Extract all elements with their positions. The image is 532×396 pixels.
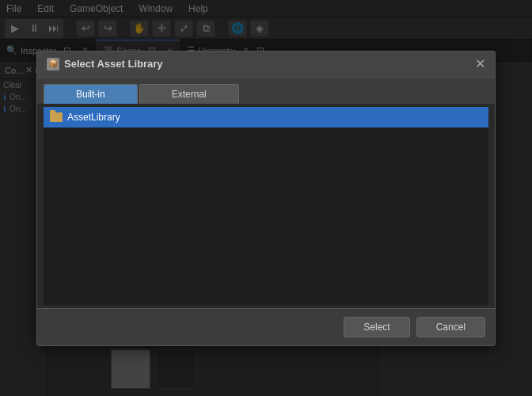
library-list: AssetLibrary — [44, 107, 488, 305]
library-item-assetlibrary[interactable]: AssetLibrary — [44, 107, 488, 128]
select-button[interactable]: Select — [344, 317, 409, 337]
library-item-label: AssetLibrary — [67, 112, 120, 123]
modal-tabs: Built-in External — [37, 78, 495, 104]
modal-title-row: 📦 Select Asset Library — [47, 58, 163, 70]
modal-title: Select Asset Library — [64, 58, 163, 70]
modal-body: AssetLibrary — [37, 104, 495, 308]
cancel-button[interactable]: Cancel — [416, 317, 485, 337]
modal-icon: 📦 — [47, 58, 59, 70]
tab-external[interactable]: External — [139, 84, 239, 104]
modal-header: 📦 Select Asset Library ✕ — [37, 51, 495, 78]
folder-icon — [50, 112, 63, 122]
modal-footer: Select Cancel — [37, 308, 495, 345]
tab-built-in[interactable]: Built-in — [44, 84, 138, 104]
select-asset-library-dialog: 📦 Select Asset Library ✕ Built-in Extern… — [36, 51, 496, 346]
modal-close-button[interactable]: ✕ — [475, 58, 485, 70]
modal-overlay: 📦 Select Asset Library ✕ Built-in Extern… — [0, 0, 532, 396]
